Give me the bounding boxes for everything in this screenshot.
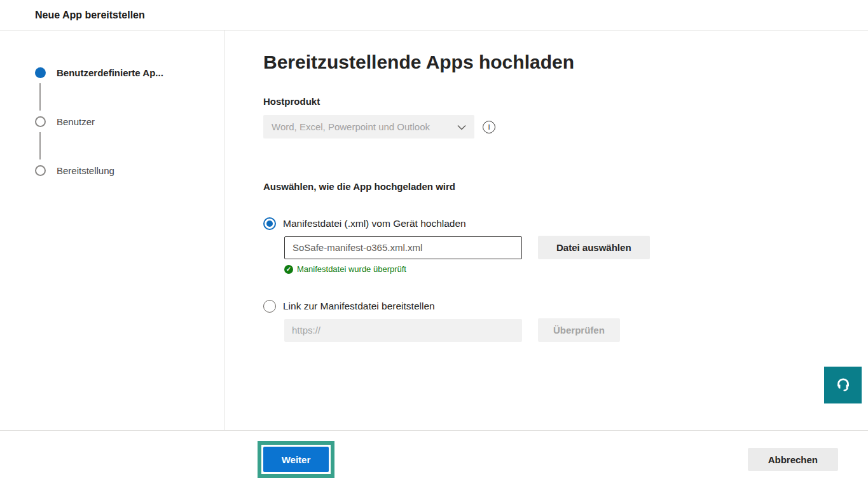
check-circle-icon: ✓ xyxy=(284,265,293,274)
dialog-footer: Weiter Abbrechen xyxy=(0,430,868,481)
step-connector-line xyxy=(39,132,41,159)
step-connector-line xyxy=(39,83,41,111)
manifest-link-radio-option[interactable]: Link zur Manifestdatei bereitstellen xyxy=(263,300,868,313)
host-product-label: Hostprodukt xyxy=(263,96,868,107)
upload-method-heading: Auswählen, wie die App hochgeladen wird xyxy=(263,181,868,193)
next-button-highlight-box: Weiter xyxy=(258,441,334,478)
dialog-header: Neue App bereitstellen xyxy=(0,0,868,30)
manifest-link-row: Überprüfen xyxy=(284,318,868,342)
wizard-step-label: Benutzer xyxy=(57,116,95,127)
wizard-step-label: Bereitstellung xyxy=(57,165,114,176)
headset-icon xyxy=(835,376,851,395)
manifest-link-radio-label: Link zur Manifestdatei bereitstellen xyxy=(283,301,435,312)
manifest-validation-message: Manifestdatei wurde überprüft xyxy=(297,264,406,274)
manifest-upload-radio-option[interactable]: Manifestdatei (.xml) vom Gerät hochladen xyxy=(263,217,868,230)
host-product-dropdown[interactable]: Word, Excel, Powerpoint und Outlook xyxy=(263,115,474,139)
host-product-selected-value: Word, Excel, Powerpoint und Outlook xyxy=(272,121,430,132)
manifest-upload-radio-label: Manifestdatei (.xml) vom Gerät hochladen xyxy=(283,218,466,229)
wizard-steps-sidebar: Benutzerdefinierte Ap... Benutzer Bereit… xyxy=(0,30,224,430)
wizard-step-custom-apps[interactable]: Benutzerdefinierte Ap... xyxy=(35,67,224,78)
wizard-step-label: Benutzerdefinierte Ap... xyxy=(57,67,163,78)
step-circle-icon xyxy=(35,116,46,127)
chevron-down-icon xyxy=(457,121,466,133)
wizard-step-users[interactable]: Benutzer xyxy=(35,116,224,127)
step-circle-active-icon xyxy=(35,67,46,78)
manifest-file-row: Datei auswählen xyxy=(284,236,868,259)
info-icon[interactable]: i xyxy=(483,121,495,133)
help-support-button[interactable] xyxy=(824,367,862,403)
host-product-row: Word, Excel, Powerpoint und Outlook i xyxy=(263,115,868,139)
radio-unselected-icon[interactable] xyxy=(263,300,276,313)
verify-link-button[interactable]: Überprüfen xyxy=(538,318,620,342)
cancel-button[interactable]: Abbrechen xyxy=(748,448,838,471)
radio-selected-icon[interactable] xyxy=(263,217,276,230)
manifest-file-input[interactable] xyxy=(284,236,522,259)
manifest-validation-row: ✓ Manifestdatei wurde überprüft xyxy=(284,264,868,274)
wizard-step-deployment[interactable]: Bereitstellung xyxy=(35,165,224,176)
dialog-title: Neue App bereitstellen xyxy=(35,10,145,21)
deploy-app-dialog: Neue App bereitstellen Benutzerdefiniert… xyxy=(0,0,868,481)
step-circle-icon xyxy=(35,165,46,176)
choose-file-button[interactable]: Datei auswählen xyxy=(538,236,650,259)
main-content: Bereitzustellende Apps hochladen Hostpro… xyxy=(224,30,868,430)
manifest-url-input[interactable] xyxy=(284,319,522,342)
next-button[interactable]: Weiter xyxy=(263,447,329,472)
page-title: Bereitzustellende Apps hochladen xyxy=(263,50,868,75)
